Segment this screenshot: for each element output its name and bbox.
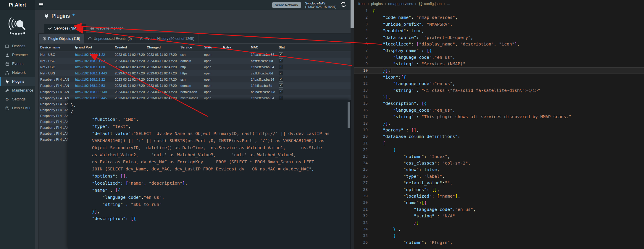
editor-line: 26 "type": "label", (354, 173, 644, 180)
row-checkbox[interactable]: ✓ (279, 65, 283, 69)
sidebar-item-maintenance[interactable]: Maintenance (0, 86, 35, 95)
sidebar-item-presence[interactable]: Presence (0, 51, 35, 59)
line-number: 33 (354, 219, 372, 226)
subtab-unprocessed-events-0[interactable]: Unprocessed Events (0) (84, 34, 136, 43)
editor-line: 11 "icon":[{ (354, 74, 644, 80)
row-checkbox[interactable]: ✓ (279, 52, 283, 57)
row-checkbox[interactable]: ✓ (279, 83, 283, 88)
editor-line: 5 "data_source": "pialert-db-query", (354, 34, 644, 41)
table-row: Raspberry Pi 4 LANhttp://192.168.1.9:532… (39, 82, 351, 89)
plugin-tabs: Services (NMAP)Website monitor (44, 24, 351, 33)
editor-line: 1{ (354, 8, 644, 14)
row-checkbox[interactable]: ✓ (279, 58, 283, 63)
subtab-events-history-50-out-of-1265[interactable]: Events History (50 out of 1265) (136, 34, 198, 43)
page-scrollbar-thumb[interactable] (351, 0, 354, 28)
ip-port-link[interactable]: http://192.168.1.9:445 (75, 96, 107, 100)
tab-website-monitor[interactable]: Website monitor (86, 24, 127, 33)
ip-port-link[interactable]: http://192.168.1.1:443 (75, 71, 107, 75)
ip-port-link[interactable]: http://192.168.1.1:80 (75, 65, 105, 69)
overlay-code-line: "description": [{ (71, 215, 346, 222)
overlay-code-line: "name" : [{ (71, 187, 346, 194)
help-icon: ? (5, 106, 9, 110)
line-number: 1 (354, 8, 372, 14)
editor-line: 17 "string" : "This plugin shows all ser… (354, 113, 644, 120)
wrench-icon (5, 89, 9, 92)
breadcrumb-separator: › (385, 1, 386, 6)
ip-port-link[interactable]: http://192.168.1.1:22 (75, 53, 105, 56)
overlay-code-line: ns.Extra as Extra, dv.dev_MAC as Foreign… (71, 158, 346, 165)
breadcrumb-item[interactable]: plugins (371, 2, 383, 6)
table-row: Net - USGhttp://192.168.1.1:222023-03-11… (39, 51, 351, 58)
tab-services-nmap[interactable]: Services (NMAP) (44, 24, 86, 33)
editor-line: 23 "column": "Index", (354, 153, 644, 160)
page-title-text: Plugins (51, 13, 70, 19)
breadcrumb-separator: › (415, 1, 416, 6)
editor-line: 33 }] (354, 219, 644, 226)
breadcrumb-item[interactable]: nmap_services (388, 2, 413, 6)
sidebar-item-events[interactable]: Events (0, 59, 35, 68)
subtab-label: Events History (50 out of 1265) (146, 37, 194, 41)
overlay-code-line: "default_value":"SELECT dv.dev_Name as O… (71, 130, 346, 137)
column-header-stat: Stat (277, 44, 293, 51)
editor-line: 7 "display_name" : [{ (354, 47, 644, 54)
overlay-code-line: "function": "CMD", (71, 116, 346, 123)
pialert-app: Pi.Alert Scan: Network Synology-NAS (11/… (0, 0, 351, 249)
column-header-filler (293, 44, 351, 51)
ip-port-link[interactable]: http://192.168.1.9:53 (75, 84, 105, 87)
sidebar-item-devices[interactable]: Devices (0, 42, 35, 51)
ip-port-link[interactable]: http://192.168.1.9:139 (75, 90, 107, 94)
pialert-logo (0, 10, 35, 42)
subtab-label: Plugin Objects (115) (48, 37, 80, 41)
line-number: 2 (354, 14, 372, 21)
line-number: 10 (354, 67, 372, 74)
sub-tabs: Plugin Objects (115)Unprocessed Events (… (39, 34, 351, 44)
row-checkbox[interactable]: ✓ (279, 77, 283, 82)
overlay-scrollbar[interactable] (348, 102, 350, 128)
line-number: 36 (354, 239, 372, 246)
sidebar-item-settings[interactable]: ⚙Settings (0, 95, 35, 104)
line-number: 29 (354, 193, 372, 199)
overlay-code-line: }], (71, 208, 346, 215)
line-number: 20 (354, 133, 372, 140)
breadcrumb-item[interactable]: front (358, 2, 366, 6)
editor-line: 12 "language_code":"en_us", (354, 80, 644, 87)
overlay-code-panel: },{"function": "CMD","type": "text","def… (68, 100, 351, 249)
row-checkbox[interactable]: ✓ (279, 89, 283, 94)
title-badge-dot (72, 14, 75, 16)
sidebar-item-network[interactable]: Network (0, 68, 35, 77)
tab-label: Services (NMAP) (54, 26, 83, 30)
header-right: Scan: Network Synology-NAS (11/03/2023, … (272, 1, 351, 9)
nas-info: Synology-NAS (11/03/2023, 15:46:07) (305, 1, 336, 9)
line-number: 22 (354, 147, 372, 153)
sync-icon[interactable] (340, 2, 346, 8)
line-number: 4 (354, 27, 372, 34)
line-number: 11 (354, 74, 372, 80)
page-title: Plugins (44, 13, 351, 20)
sidebar-item-label: Network (12, 71, 26, 75)
editor-line: 25 "show": false, (354, 166, 644, 173)
table-row: Raspberry Pi 4 LANhttp://192.168.1.9:222… (39, 76, 351, 82)
column-header-extra: Extra (222, 44, 249, 51)
globe-icon (90, 27, 94, 30)
editor-line: 32 "string" : "N/A" (354, 213, 644, 219)
overlay-code-line: "language_code":"en_us", (71, 194, 346, 201)
editor-line: 27 "default_value":"", (354, 180, 644, 186)
overlay-code-line: as Watched_Value2, 'null' as Watched_Val… (71, 151, 346, 158)
table-row: Net - USGhttp://192.168.1.1:802023-03-11… (39, 64, 351, 70)
row-checkbox[interactable]: ✓ (279, 71, 283, 75)
breadcrumb-item[interactable]: {}config.json (419, 2, 442, 6)
sidebar-item-plugins[interactable]: Plugins (0, 77, 35, 86)
sidebar-toggle-button[interactable] (39, 2, 43, 8)
overlay-code-line: }, (71, 102, 346, 109)
column-header-service: Service (179, 44, 203, 51)
page-scrollbar-track[interactable] (351, 0, 354, 249)
ip-port-link[interactable]: http://192.168.1.1:53 (75, 59, 105, 63)
row-checkbox[interactable]: ✓ (279, 96, 283, 100)
ip-port-link[interactable]: http://192.168.1.9:22 (75, 78, 105, 81)
breadcrumb-item[interactable]: ... (447, 2, 450, 6)
editor-line: 15 "description": [{ (354, 100, 644, 107)
subtab-plugin-objects-115[interactable]: Plugin Objects (115) (39, 34, 84, 43)
sidebar-item-help-faq[interactable]: ?Help / FAQ (0, 104, 35, 113)
editor-line: 24 "css_classes": "col-sm-2", (354, 160, 644, 166)
editor-code[interactable]: 1{2 "code_name": "nmap_services",3 "uniq… (354, 8, 644, 249)
